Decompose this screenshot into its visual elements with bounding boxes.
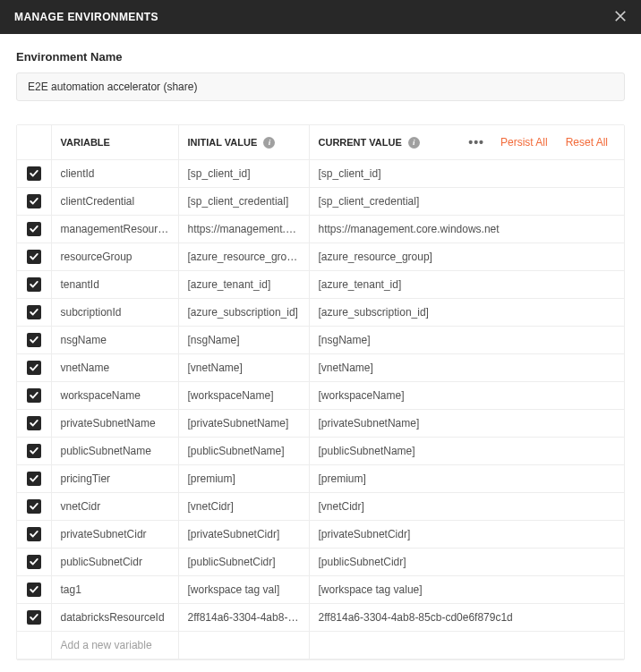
- modal-title: MANAGE ENVIRONMENTS: [14, 11, 158, 23]
- variable-cell[interactable]: managementResource: [51, 216, 178, 243]
- row-checkbox-cell: [17, 243, 51, 271]
- variable-cell[interactable]: clientId: [51, 160, 178, 188]
- variable-cell[interactable]: publicSubnetCidr: [51, 549, 178, 576]
- current-value-cell[interactable]: [azure_subscription_id]: [309, 299, 624, 327]
- initial-value-cell[interactable]: [sp_client_id]: [178, 160, 309, 188]
- variable-cell[interactable]: vnetName: [51, 354, 178, 382]
- variable-cell[interactable]: privateSubnetName: [51, 410, 178, 438]
- row-checkbox-cell: [17, 521, 51, 549]
- variables-table-wrap: VARIABLE INITIAL VALUE i CURRENT VALUE i: [16, 124, 625, 660]
- initial-value-cell[interactable]: [workspace tag val]: [178, 576, 309, 604]
- info-icon[interactable]: i: [263, 137, 275, 149]
- current-value-cell[interactable]: [vnetCidr]: [309, 493, 624, 521]
- table-row: clientId[sp_client_id][sp_client_id]: [17, 160, 624, 188]
- current-value-cell[interactable]: [vnetName]: [309, 354, 624, 382]
- row-checkbox[interactable]: [27, 250, 41, 264]
- reset-all-button[interactable]: Reset All: [559, 132, 615, 152]
- row-checkbox[interactable]: [27, 416, 41, 430]
- table-row: resourceGroup[azure_resource_group][azur…: [17, 243, 624, 271]
- current-value-cell[interactable]: https://management.core.windows.net: [309, 216, 624, 243]
- variable-cell[interactable]: tag1: [51, 576, 178, 604]
- initial-value-cell[interactable]: [nsgName]: [178, 327, 309, 354]
- row-checkbox[interactable]: [27, 583, 41, 597]
- initial-value-cell[interactable]: [privateSubnetName]: [178, 410, 309, 438]
- row-checkbox[interactable]: [27, 444, 41, 458]
- row-checkbox[interactable]: [27, 305, 41, 319]
- more-actions-icon[interactable]: •••: [463, 133, 490, 151]
- variable-cell[interactable]: databricksResourceId: [51, 604, 178, 632]
- variable-cell[interactable]: clientCredential: [51, 188, 178, 216]
- variable-cell[interactable]: resourceGroup: [51, 243, 178, 271]
- variable-cell[interactable]: pricingTier: [51, 465, 178, 493]
- row-checkbox[interactable]: [27, 527, 41, 541]
- current-value-cell[interactable]: [publicSubnetCidr]: [309, 549, 624, 576]
- initial-value-cell[interactable]: [privateSubnetCidr]: [178, 521, 309, 549]
- initial-value-cell[interactable]: [publicSubnetName]: [178, 438, 309, 465]
- initial-value-cell[interactable]: https://management.core.windows.net: [178, 216, 309, 243]
- variable-cell[interactable]: subcriptionId: [51, 299, 178, 327]
- current-value-cell[interactable]: [309, 632, 624, 659]
- variable-cell[interactable]: privateSubnetCidr: [51, 521, 178, 549]
- row-checkbox-cell: [17, 438, 51, 465]
- variable-cell[interactable]: nsgName: [51, 327, 178, 354]
- current-value-cell[interactable]: [nsgName]: [309, 327, 624, 354]
- row-checkbox[interactable]: [27, 277, 41, 292]
- current-value-cell[interactable]: [azure_resource_group]: [309, 243, 624, 271]
- current-value-cell[interactable]: [workspace tag value]: [309, 576, 624, 604]
- row-checkbox-cell: [17, 604, 51, 632]
- current-value-cell[interactable]: [privateSubnetCidr]: [309, 521, 624, 549]
- table-body: clientId[sp_client_id][sp_client_id]clie…: [17, 160, 624, 659]
- variables-table: VARIABLE INITIAL VALUE i CURRENT VALUE i: [17, 125, 624, 659]
- current-value-cell[interactable]: [workspaceName]: [309, 382, 624, 410]
- row-checkbox[interactable]: [27, 388, 41, 403]
- row-checkbox-cell: [17, 382, 51, 410]
- row-checkbox[interactable]: [27, 472, 41, 486]
- current-value-cell[interactable]: [sp_client_credential]: [309, 188, 624, 216]
- row-checkbox[interactable]: [27, 222, 41, 236]
- current-value-cell[interactable]: [publicSubnetName]: [309, 438, 624, 465]
- table-row: pricingTier[premium][premium]: [17, 465, 624, 493]
- initial-value-cell[interactable]: [vnetCidr]: [178, 493, 309, 521]
- initial-value-cell[interactable]: [178, 632, 309, 659]
- initial-value-cell[interactable]: [vnetName]: [178, 354, 309, 382]
- initial-value-cell[interactable]: [premium]: [178, 465, 309, 493]
- row-checkbox[interactable]: [27, 333, 41, 347]
- initial-value-cell[interactable]: [azure_resource_group]: [178, 243, 309, 271]
- row-checkbox[interactable]: [27, 610, 41, 625]
- add-variable-placeholder[interactable]: Add a new variable: [51, 632, 178, 659]
- close-icon[interactable]: [614, 9, 627, 25]
- initial-value-cell[interactable]: [workspaceName]: [178, 382, 309, 410]
- table-row: privateSubnetName[privateSubnetName][pri…: [17, 410, 624, 438]
- row-checkbox[interactable]: [27, 194, 41, 208]
- row-checkbox-cell: [17, 299, 51, 327]
- info-icon[interactable]: i: [408, 137, 420, 149]
- current-value-cell[interactable]: [premium]: [309, 465, 624, 493]
- environment-name-input[interactable]: [16, 72, 625, 101]
- modal-header: MANAGE ENVIRONMENTS: [0, 0, 641, 34]
- current-value-cell[interactable]: [azure_tenant_id]: [309, 271, 624, 299]
- row-checkbox-cell: [17, 549, 51, 576]
- table-row: vnetName[vnetName][vnetName]: [17, 354, 624, 382]
- current-value-cell[interactable]: 2ff814a6-3304-4ab8-85cb-cd0e6f879c1d: [309, 604, 624, 632]
- current-value-cell[interactable]: [sp_client_id]: [309, 160, 624, 188]
- manage-environments-modal: MANAGE ENVIRONMENTS Environment Name: [0, 0, 641, 672]
- persist-all-button[interactable]: Persist All: [493, 132, 555, 152]
- row-checkbox[interactable]: [27, 499, 41, 514]
- initial-value-cell[interactable]: [azure_tenant_id]: [178, 271, 309, 299]
- table-row: clientCredential[sp_client_credential][s…: [17, 188, 624, 216]
- initial-value-cell[interactable]: 2ff814a6-3304-4ab8-85cb-cd0e6f879c1d: [178, 604, 309, 632]
- variable-cell[interactable]: workspaceName: [51, 382, 178, 410]
- initial-value-cell[interactable]: [sp_client_credential]: [178, 188, 309, 216]
- initial-value-cell[interactable]: [azure_subscription_id]: [178, 299, 309, 327]
- add-variable-row[interactable]: Add a new variable: [17, 632, 624, 659]
- row-checkbox[interactable]: [27, 361, 41, 375]
- row-checkbox-cell: [17, 410, 51, 438]
- row-checkbox[interactable]: [27, 166, 41, 181]
- variable-cell[interactable]: tenantId: [51, 271, 178, 299]
- initial-value-cell[interactable]: [publicSubnetCidr]: [178, 549, 309, 576]
- header-current-value: CURRENT VALUE i ••• Persist All Reset Al…: [309, 125, 624, 160]
- variable-cell[interactable]: publicSubnetName: [51, 438, 178, 465]
- row-checkbox[interactable]: [27, 555, 41, 569]
- current-value-cell[interactable]: [privateSubnetName]: [309, 410, 624, 438]
- variable-cell[interactable]: vnetCidr: [51, 493, 178, 521]
